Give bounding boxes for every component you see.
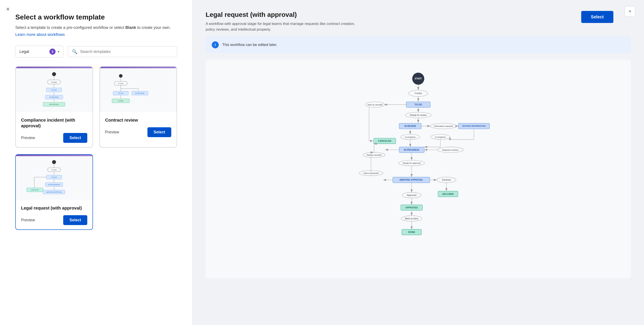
mini-workflow-legal: Create TO DO CANCELED IN PROGRESS AWAITI…	[26, 160, 82, 196]
card-actions-compliance: Preview Select	[21, 133, 87, 143]
info-icon: i	[212, 41, 219, 48]
svg-text:Create: Create	[52, 169, 57, 171]
preview-link-contract[interactable]: Preview	[105, 130, 119, 134]
learn-more-link[interactable]: Learn more about workflows	[15, 32, 65, 37]
cards-grid: Create TO DO IN REVIEW APPROVED Complian…	[15, 66, 177, 230]
svg-text:Mark as canceled: Mark as canceled	[366, 154, 382, 156]
right-header: Legal request (with approval) A workflow…	[206, 11, 631, 32]
select-button-contract[interactable]: Select	[148, 127, 171, 137]
svg-text:APPROVED: APPROVED	[49, 104, 59, 106]
right-panel-title: Legal request (with approval)	[206, 11, 359, 18]
card-actions-contract: Preview Select	[105, 127, 172, 137]
select-button-legal[interactable]: Select	[63, 215, 87, 225]
workflow-svg: START Create TO DO Mark as canceled CANC…	[331, 71, 506, 268]
svg-text:Mark as done: Mark as done	[405, 218, 418, 220]
svg-text:Approved: Approved	[407, 194, 416, 196]
close-right-button[interactable]: ×	[625, 6, 635, 16]
workflow-diagram: START Create TO DO Mark as canceled CANC…	[206, 60, 631, 278]
svg-text:DONE: DONE	[408, 231, 415, 233]
search-input[interactable]	[80, 50, 173, 54]
svg-point-13	[119, 74, 122, 78]
svg-text:TO DO: TO DO	[52, 89, 57, 91]
svg-text:Create: Create	[118, 82, 124, 84]
svg-point-28	[52, 160, 56, 164]
search-icon: 🔍	[72, 49, 78, 54]
card-actions-legal: Preview Select	[21, 215, 87, 225]
card-compliance: Create TO DO IN REVIEW APPROVED Complian…	[15, 66, 93, 148]
svg-text:IN REVIEW: IN REVIEW	[135, 92, 144, 94]
svg-text:Create: Create	[414, 92, 422, 94]
svg-text:WAITING INFORMATION: WAITING INFORMATION	[462, 125, 486, 127]
svg-text:TO DO: TO DO	[118, 92, 124, 94]
svg-text:Ready for approval: Ready for approval	[403, 162, 420, 164]
card-legal: Create TO DO CANCELED IN PROGRESS AWAITI…	[15, 154, 93, 230]
card-top-bar	[16, 67, 92, 68]
card-contract: Create TO DO IN REVIEW DONE Contract rev…	[100, 66, 177, 148]
svg-text:AWAITING APPROVAL: AWAITING APPROVAL	[400, 179, 423, 181]
right-panel-description: A workflow with approval stage for legal…	[206, 21, 359, 32]
card-body-contract: Contract review Preview Select	[100, 112, 177, 142]
preview-link-legal[interactable]: Preview	[21, 218, 35, 222]
mini-workflow-compliance: Create TO DO IN REVIEW APPROVED	[26, 72, 82, 109]
right-title-area: Legal request (with approval) A workflow…	[206, 11, 359, 32]
subtitle-text: Select a template to create a pre-config…	[15, 25, 125, 30]
svg-text:APPROVED: APPROVED	[405, 206, 418, 209]
select-button-compliance[interactable]: Select	[63, 133, 87, 143]
svg-point-0	[52, 72, 56, 76]
svg-text:Requires revision: Requires revision	[442, 149, 458, 151]
filter-count: 3	[50, 48, 56, 55]
right-panel: × Legal request (with approval) A workfl…	[192, 0, 644, 325]
page-subtitle: Select a template to create a pre-config…	[15, 25, 177, 30]
svg-text:Create: Create	[51, 81, 57, 83]
svg-text:Information required: Information required	[434, 125, 453, 127]
filter-label: Legal	[20, 50, 47, 54]
svg-text:IN REVIEW: IN REVIEW	[50, 96, 58, 98]
card-body-legal: Legal request (with approval) Preview Se…	[16, 200, 92, 230]
svg-text:Ready for review: Ready for review	[410, 114, 426, 116]
card-title-contract: Contract review	[105, 117, 172, 123]
svg-text:Declined: Declined	[442, 179, 450, 181]
search-box: 🔍	[68, 46, 177, 57]
card-top-bar-legal	[16, 155, 92, 156]
right-select-button[interactable]: Select	[581, 11, 614, 23]
card-body-compliance: Compliance incident (with approval) Prev…	[16, 112, 92, 147]
svg-text:TO DO: TO DO	[52, 176, 57, 178]
mini-workflow-contract: Create TO DO IN REVIEW DONE	[110, 72, 167, 109]
card-preview-contract: Create TO DO IN REVIEW DONE	[100, 68, 177, 112]
svg-text:TO DO: TO DO	[414, 103, 422, 106]
subtitle-suffix: to create your own.	[136, 25, 170, 30]
svg-text:DECLINED: DECLINED	[442, 193, 454, 195]
subtitle-bold: Blank	[125, 25, 136, 30]
card-preview-compliance: Create TO DO IN REVIEW APPROVED	[16, 68, 92, 112]
category-filter-dropdown[interactable]: Legal 3 ▾	[15, 46, 64, 58]
svg-text:In progress: In progress	[435, 136, 446, 138]
svg-text:AWAITING APPROVAL: AWAITING APPROVAL	[46, 191, 62, 193]
close-left-button[interactable]: ×	[6, 6, 10, 12]
svg-text:CANCELED: CANCELED	[378, 140, 391, 142]
card-top-bar-contract	[100, 67, 177, 68]
close-right-icon: ×	[629, 8, 632, 14]
svg-text:DONE: DONE	[118, 100, 123, 102]
svg-text:IN PROGRESS: IN PROGRESS	[48, 184, 60, 186]
card-title-compliance: Compliance incident (with approval)	[21, 117, 87, 128]
page-title: Select a workflow template	[15, 13, 177, 21]
filter-row: Legal 3 ▾ 🔍	[15, 46, 177, 58]
svg-text:IN REVIEW: IN REVIEW	[404, 125, 416, 127]
card-title-legal: Legal request (with approval)	[21, 205, 87, 211]
chevron-down-icon: ▾	[58, 50, 59, 53]
info-banner: i This workflow can be edited later.	[206, 36, 631, 53]
left-panel: × Select a workflow template Select a te…	[0, 0, 192, 325]
svg-text:IN PROGRESS: IN PROGRESS	[404, 149, 419, 151]
svg-text:START: START	[415, 78, 422, 80]
card-preview-legal: Create TO DO CANCELED IN PROGRESS AWAITI…	[16, 156, 92, 200]
preview-link-compliance[interactable]: Preview	[21, 136, 35, 140]
svg-text:Mark as canceled: Mark as canceled	[368, 104, 382, 106]
svg-text:In progress: In progress	[405, 136, 416, 138]
info-text: This workflow can be edited later.	[222, 43, 277, 47]
svg-text:CANCELED: CANCELED	[30, 189, 39, 191]
